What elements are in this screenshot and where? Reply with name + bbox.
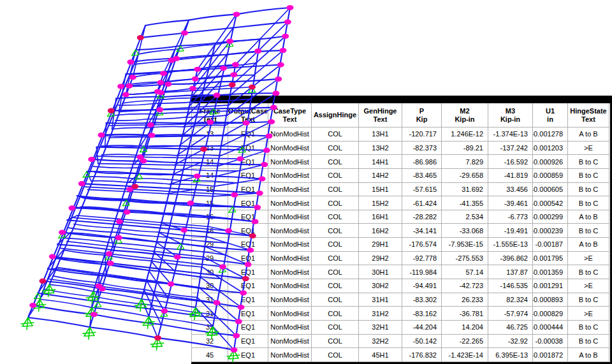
cell-casetype[interactable]: NonModHist	[268, 169, 312, 183]
cell-genhinge[interactable]: 16H1	[359, 210, 402, 224]
cell-casetype[interactable]: NonModHist	[268, 307, 312, 321]
cell-frame[interactable]: 16	[192, 210, 228, 224]
cell-hingestate[interactable]: B to C	[568, 224, 609, 238]
cell-hingestate[interactable]: >E	[568, 252, 609, 266]
cell-m2[interactable]: 7.829	[442, 155, 488, 169]
cell-genhinge[interactable]: 15H1	[359, 183, 402, 197]
cell-hingestate[interactable]: B to C	[568, 169, 609, 183]
cell-m2[interactable]: 31.692	[442, 183, 488, 197]
cell-casetype[interactable]: NonModHist	[268, 224, 312, 238]
cell-assignhinge[interactable]: COL	[312, 169, 359, 183]
cell-assignhinge[interactable]: COL	[312, 196, 359, 210]
cell-genhinge[interactable]: 45H1	[359, 348, 402, 362]
cell-p[interactable]: -61.424	[402, 196, 442, 210]
cell-frame[interactable]: 31	[192, 293, 228, 307]
cell-p[interactable]: -176.832	[402, 348, 442, 362]
cell-m2[interactable]: 57.14	[442, 265, 488, 279]
cell-p[interactable]: -50.142	[402, 335, 442, 349]
cell-m3[interactable]: 6.395E-13	[488, 348, 533, 362]
cell-frame[interactable]: 16	[192, 224, 228, 238]
cell-p[interactable]: -92.778	[402, 252, 442, 266]
cell-casetype[interactable]: NonModHist	[268, 265, 312, 279]
cell-p[interactable]: -83.302	[402, 293, 442, 307]
cell-m2[interactable]: -89.21	[442, 142, 488, 156]
cell-assignhinge[interactable]: COL	[312, 265, 359, 279]
cell-casetype[interactable]: NonModHist	[268, 155, 312, 169]
cell-hingestate[interactable]: B to C	[568, 335, 609, 349]
cell-p[interactable]: -57.615	[402, 183, 442, 197]
header-cell-genhinge[interactable]: GenHingeText	[359, 103, 402, 127]
cell-frame[interactable]: 13	[192, 127, 228, 142]
cell-m2[interactable]: -29.658	[442, 169, 488, 183]
cell-frame[interactable]: 15	[192, 183, 228, 197]
cell-frame[interactable]: 30	[192, 265, 228, 279]
cell-outputcase[interactable]: EQ1	[228, 127, 268, 142]
cell-m3[interactable]: -396.862	[488, 252, 533, 266]
cell-genhinge[interactable]: 29H2	[359, 252, 402, 266]
cell-m2[interactable]: -41.355	[442, 196, 488, 210]
cell-frame[interactable]: 32	[192, 321, 228, 335]
cell-genhinge[interactable]: 14H2	[359, 169, 402, 183]
cell-frame[interactable]: 30	[192, 279, 228, 293]
cell-m3[interactable]: -1.555E-13	[488, 238, 533, 252]
cell-u1[interactable]: -0.001278	[533, 127, 568, 142]
cell-m2[interactable]: 2.534	[442, 210, 488, 224]
cell-outputcase[interactable]: EQ1	[228, 142, 268, 156]
cell-genhinge[interactable]: 32H2	[359, 335, 402, 349]
cell-hingestate[interactable]: A to B	[568, 210, 609, 224]
cell-genhinge[interactable]: 30H2	[359, 279, 402, 293]
cell-m3[interactable]: 137.87	[488, 265, 533, 279]
cell-p[interactable]: -83.465	[402, 169, 442, 183]
cell-casetype[interactable]: NonModHist	[268, 127, 312, 142]
cell-hingestate[interactable]: A to B	[568, 238, 609, 252]
cell-outputcase[interactable]: EQ1	[228, 321, 268, 335]
cell-assignhinge[interactable]: COL	[312, 155, 359, 169]
cell-casetype[interactable]: NonModHist	[268, 210, 312, 224]
cell-m2[interactable]: 26.233	[442, 293, 488, 307]
cell-assignhinge[interactable]: COL	[312, 183, 359, 197]
cell-u1[interactable]: -0.000829	[533, 307, 568, 321]
cell-m2[interactable]: -275.553	[442, 252, 488, 266]
cell-outputcase[interactable]: EQ1	[228, 265, 268, 279]
cell-assignhinge[interactable]: COL	[312, 142, 359, 156]
cell-frame[interactable]: 15	[192, 196, 228, 210]
cell-p[interactable]: -34.141	[402, 224, 442, 238]
cell-casetype[interactable]: NonModHist	[268, 321, 312, 335]
cell-u1[interactable]: -0.001795	[533, 252, 568, 266]
cell-frame[interactable]: 32	[192, 335, 228, 349]
cell-genhinge[interactable]: 31H1	[359, 293, 402, 307]
cell-genhinge[interactable]: 31H2	[359, 307, 402, 321]
cell-u1[interactable]: -0.001291	[533, 279, 568, 293]
cell-frame[interactable]: 29	[192, 252, 228, 266]
cell-casetype[interactable]: NonModHist	[268, 252, 312, 266]
cell-m3[interactable]: 33.456	[488, 183, 533, 197]
header-cell-frame[interactable]: FrameText	[192, 103, 228, 127]
cell-outputcase[interactable]: EQ1	[228, 224, 268, 238]
cell-u1[interactable]: -0.001203	[533, 142, 568, 156]
cell-p[interactable]: -44.204	[402, 321, 442, 335]
cell-u1[interactable]: -0.001359	[533, 265, 568, 279]
cell-assignhinge[interactable]: COL	[312, 127, 359, 142]
cell-m2[interactable]: -7.953E-15	[442, 238, 488, 252]
cell-assignhinge[interactable]: COL	[312, 335, 359, 349]
cell-m2[interactable]: -36.781	[442, 307, 488, 321]
cell-m3[interactable]: -19.491	[488, 224, 533, 238]
cell-assignhinge[interactable]: COL	[312, 279, 359, 293]
cell-casetype[interactable]: NonModHist	[268, 335, 312, 349]
cell-outputcase[interactable]: EQ1	[228, 252, 268, 266]
cell-m3[interactable]: -137.242	[488, 142, 533, 156]
cell-assignhinge[interactable]: COL	[312, 321, 359, 335]
cell-m3[interactable]: 46.725	[488, 321, 533, 335]
cell-hingestate[interactable]: B to C	[568, 265, 609, 279]
header-cell-casetype[interactable]: CaseTypeText	[268, 103, 312, 127]
cell-u1[interactable]: -0.000926	[533, 155, 568, 169]
cell-p[interactable]: -86.986	[402, 155, 442, 169]
cell-p[interactable]: -94.491	[402, 279, 442, 293]
cell-casetype[interactable]: NonModHist	[268, 183, 312, 197]
cell-hingestate[interactable]: A to B	[568, 348, 609, 362]
cell-genhinge[interactable]: 14H1	[359, 155, 402, 169]
cell-m3[interactable]: 82.324	[488, 293, 533, 307]
cell-frame[interactable]: 31	[192, 307, 228, 321]
cell-u1[interactable]: -0.000859	[533, 169, 568, 183]
cell-m2[interactable]: -42.723	[442, 279, 488, 293]
